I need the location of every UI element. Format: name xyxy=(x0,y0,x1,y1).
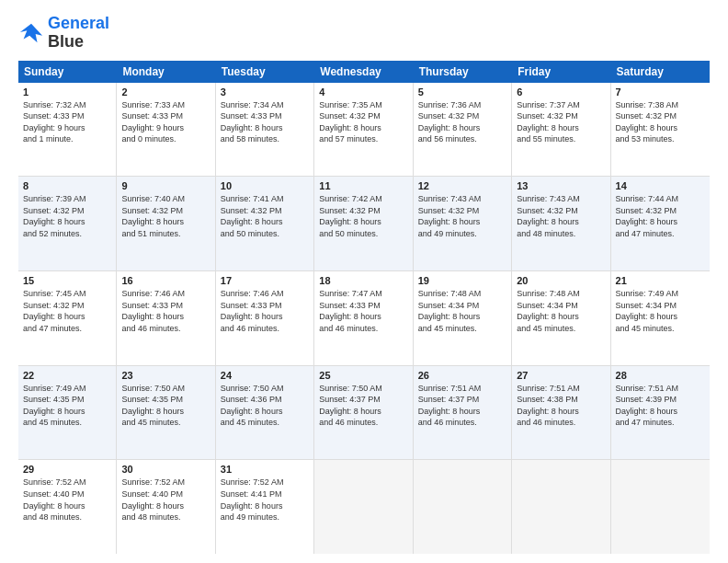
day-info: Sunrise: 7:52 AMSunset: 4:41 PMDaylight:… xyxy=(221,477,309,523)
day-cell-15: 15Sunrise: 7:45 AMSunset: 4:32 PMDayligh… xyxy=(18,271,117,365)
day-cell-20: 20Sunrise: 7:48 AMSunset: 4:34 PMDayligh… xyxy=(512,271,610,365)
day-number: 19 xyxy=(418,275,506,286)
day-cell-10: 10Sunrise: 7:41 AMSunset: 4:32 PMDayligh… xyxy=(216,177,314,270)
day-info: Sunrise: 7:52 AMSunset: 4:40 PMDaylight:… xyxy=(23,477,111,523)
day-number: 13 xyxy=(517,180,605,191)
header-day-thursday: Thursday xyxy=(414,61,512,83)
day-number: 12 xyxy=(418,180,506,191)
day-number: 4 xyxy=(319,86,407,98)
calendar-header: SundayMondayTuesdayWednesdayThursdayFrid… xyxy=(18,61,710,83)
day-number: 10 xyxy=(221,180,309,191)
day-info: Sunrise: 7:36 AMSunset: 4:32 PMDaylight:… xyxy=(418,99,506,145)
day-info: Sunrise: 7:49 AMSunset: 4:34 PMDaylight:… xyxy=(616,288,705,334)
day-info: Sunrise: 7:37 AMSunset: 4:32 PMDaylight:… xyxy=(517,99,605,145)
day-number: 29 xyxy=(23,464,111,475)
day-cell-5: 5Sunrise: 7:36 AMSunset: 4:32 PMDaylight… xyxy=(414,83,512,177)
day-cell-13: 13Sunrise: 7:43 AMSunset: 4:32 PMDayligh… xyxy=(512,177,610,270)
calendar-row-2: 8Sunrise: 7:39 AMSunset: 4:32 PMDaylight… xyxy=(18,177,710,271)
day-info: Sunrise: 7:43 AMSunset: 4:32 PMDaylight:… xyxy=(517,193,605,239)
day-number: 8 xyxy=(23,180,111,191)
day-number: 2 xyxy=(121,86,210,98)
svg-marker-0 xyxy=(20,24,42,43)
day-number: 9 xyxy=(121,180,210,191)
header: General Blue xyxy=(18,15,710,52)
day-cell-16: 16Sunrise: 7:46 AMSunset: 4:33 PMDayligh… xyxy=(117,271,215,365)
logo: General Blue xyxy=(18,15,109,52)
empty-cell xyxy=(414,460,512,554)
day-cell-19: 19Sunrise: 7:48 AMSunset: 4:34 PMDayligh… xyxy=(414,271,512,365)
day-cell-22: 22Sunrise: 7:49 AMSunset: 4:35 PMDayligh… xyxy=(18,366,117,460)
header-day-saturday: Saturday xyxy=(611,61,710,83)
day-info: Sunrise: 7:44 AMSunset: 4:32 PMDaylight:… xyxy=(616,193,705,239)
day-info: Sunrise: 7:45 AMSunset: 4:32 PMDaylight:… xyxy=(23,288,111,334)
day-number: 1 xyxy=(23,86,111,98)
day-info: Sunrise: 7:51 AMSunset: 4:39 PMDaylight:… xyxy=(616,383,705,429)
empty-cell xyxy=(611,460,710,554)
header-day-sunday: Sunday xyxy=(18,61,117,83)
day-cell-2: 2Sunrise: 7:33 AMSunset: 4:33 PMDaylight… xyxy=(117,83,215,177)
day-cell-1: 1Sunrise: 7:32 AMSunset: 4:33 PMDaylight… xyxy=(18,83,117,177)
day-number: 27 xyxy=(517,370,605,381)
day-info: Sunrise: 7:50 AMSunset: 4:37 PMDaylight:… xyxy=(319,383,407,429)
day-cell-17: 17Sunrise: 7:46 AMSunset: 4:33 PMDayligh… xyxy=(216,271,314,365)
day-cell-8: 8Sunrise: 7:39 AMSunset: 4:32 PMDaylight… xyxy=(18,177,117,270)
day-info: Sunrise: 7:48 AMSunset: 4:34 PMDaylight:… xyxy=(517,288,605,334)
calendar: SundayMondayTuesdayWednesdayThursdayFrid… xyxy=(18,61,710,554)
day-info: Sunrise: 7:35 AMSunset: 4:32 PMDaylight:… xyxy=(319,99,407,145)
day-cell-30: 30Sunrise: 7:52 AMSunset: 4:40 PMDayligh… xyxy=(117,460,215,554)
day-cell-6: 6Sunrise: 7:37 AMSunset: 4:32 PMDaylight… xyxy=(512,83,610,177)
calendar-body: 1Sunrise: 7:32 AMSunset: 4:33 PMDaylight… xyxy=(18,83,710,554)
day-cell-29: 29Sunrise: 7:52 AMSunset: 4:40 PMDayligh… xyxy=(18,460,117,554)
calendar-row-1: 1Sunrise: 7:32 AMSunset: 4:33 PMDaylight… xyxy=(18,83,710,178)
header-day-wednesday: Wednesday xyxy=(314,61,413,83)
day-number: 22 xyxy=(23,370,111,381)
day-number: 17 xyxy=(221,275,309,286)
day-number: 25 xyxy=(319,370,407,381)
day-info: Sunrise: 7:43 AMSunset: 4:32 PMDaylight:… xyxy=(418,193,506,239)
day-cell-7: 7Sunrise: 7:38 AMSunset: 4:32 PMDaylight… xyxy=(611,83,710,177)
day-number: 5 xyxy=(418,86,506,98)
day-cell-14: 14Sunrise: 7:44 AMSunset: 4:32 PMDayligh… xyxy=(611,177,710,270)
header-day-monday: Monday xyxy=(117,61,215,83)
day-cell-25: 25Sunrise: 7:50 AMSunset: 4:37 PMDayligh… xyxy=(314,366,413,460)
day-info: Sunrise: 7:33 AMSunset: 4:33 PMDaylight:… xyxy=(121,99,210,145)
day-number: 15 xyxy=(23,275,111,286)
day-info: Sunrise: 7:50 AMSunset: 4:35 PMDaylight:… xyxy=(121,383,210,429)
day-number: 21 xyxy=(616,275,705,286)
day-info: Sunrise: 7:52 AMSunset: 4:40 PMDaylight:… xyxy=(121,477,210,523)
empty-cell xyxy=(512,460,610,554)
day-number: 26 xyxy=(418,370,506,381)
logo-text: General Blue xyxy=(48,15,109,52)
day-cell-23: 23Sunrise: 7:50 AMSunset: 4:35 PMDayligh… xyxy=(117,366,215,460)
day-info: Sunrise: 7:48 AMSunset: 4:34 PMDaylight:… xyxy=(418,288,506,334)
day-info: Sunrise: 7:41 AMSunset: 4:32 PMDaylight:… xyxy=(221,193,309,239)
day-number: 24 xyxy=(221,370,309,381)
empty-cell xyxy=(314,460,413,554)
day-cell-27: 27Sunrise: 7:51 AMSunset: 4:38 PMDayligh… xyxy=(512,366,610,460)
day-info: Sunrise: 7:42 AMSunset: 4:32 PMDaylight:… xyxy=(319,193,407,239)
day-info: Sunrise: 7:46 AMSunset: 4:33 PMDaylight:… xyxy=(121,288,210,334)
day-number: 11 xyxy=(319,180,407,191)
day-cell-3: 3Sunrise: 7:34 AMSunset: 4:33 PMDaylight… xyxy=(216,83,314,177)
page: General Blue SundayMondayTuesdayWednesda… xyxy=(0,0,728,563)
day-cell-24: 24Sunrise: 7:50 AMSunset: 4:36 PMDayligh… xyxy=(216,366,314,460)
day-cell-26: 26Sunrise: 7:51 AMSunset: 4:37 PMDayligh… xyxy=(414,366,512,460)
day-cell-28: 28Sunrise: 7:51 AMSunset: 4:39 PMDayligh… xyxy=(611,366,710,460)
day-number: 14 xyxy=(616,180,705,191)
day-number: 18 xyxy=(319,275,407,286)
day-number: 16 xyxy=(121,275,210,286)
day-number: 30 xyxy=(121,464,210,475)
day-info: Sunrise: 7:49 AMSunset: 4:35 PMDaylight:… xyxy=(23,383,111,429)
day-info: Sunrise: 7:39 AMSunset: 4:32 PMDaylight:… xyxy=(23,193,111,239)
day-info: Sunrise: 7:47 AMSunset: 4:33 PMDaylight:… xyxy=(319,288,407,334)
day-info: Sunrise: 7:46 AMSunset: 4:33 PMDaylight:… xyxy=(221,288,309,334)
header-day-tuesday: Tuesday xyxy=(216,61,314,83)
day-number: 6 xyxy=(517,86,605,98)
day-number: 28 xyxy=(616,370,705,381)
day-cell-12: 12Sunrise: 7:43 AMSunset: 4:32 PMDayligh… xyxy=(414,177,512,270)
logo-icon xyxy=(18,20,44,46)
day-cell-31: 31Sunrise: 7:52 AMSunset: 4:41 PMDayligh… xyxy=(216,460,314,554)
calendar-row-3: 15Sunrise: 7:45 AMSunset: 4:32 PMDayligh… xyxy=(18,271,710,366)
day-cell-9: 9Sunrise: 7:40 AMSunset: 4:32 PMDaylight… xyxy=(117,177,215,270)
day-cell-11: 11Sunrise: 7:42 AMSunset: 4:32 PMDayligh… xyxy=(314,177,413,270)
